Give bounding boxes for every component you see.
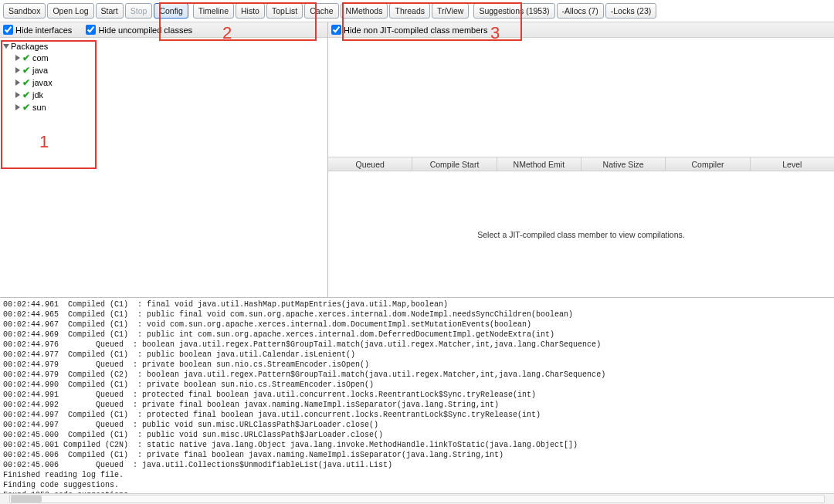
tb-histo-button[interactable]: Histo — [236, 3, 265, 19]
tb--locks-23--button[interactable]: -Locks (23) — [605, 3, 657, 19]
tree-item-sun[interactable]: ✔sun — [2, 101, 326, 113]
hide-interfaces-input[interactable] — [3, 25, 13, 35]
table-placeholder: Select a JIT-compiled class member to vi… — [477, 230, 684, 239]
tb-open-log-button[interactable]: Open Log — [47, 3, 93, 19]
compilation-table-header: QueuedCompile StartNMethod EmitNative Si… — [328, 157, 834, 171]
tb--allocs-7--button[interactable]: -Allocs (7) — [557, 3, 604, 19]
main-split: Hide interfaces Hide uncompiled classes … — [0, 22, 834, 297]
column-header-compiler[interactable]: Compiler — [666, 157, 750, 171]
left-options-row: Hide interfaces Hide uncompiled classes — [0, 22, 327, 38]
tree-item-label: javax — [32, 78, 53, 87]
column-header-level[interactable]: Level — [751, 157, 834, 171]
tree-root[interactable]: Packages — [2, 41, 326, 52]
hide-uncompiled-checkbox[interactable]: Hide uncompiled classes — [86, 25, 192, 35]
scrollbar-track[interactable] — [9, 495, 825, 503]
log-console[interactable]: 00:02:44.961 Compiled (C1) : final void … — [0, 297, 834, 493]
toolbar-group-main: SandboxOpen LogStartStopConfig — [2, 2, 189, 19]
tb-sandbox-button[interactable]: Sandbox — [3, 3, 46, 19]
chevron-right-icon — [15, 55, 20, 61]
tree-item-com[interactable]: ✔com — [2, 52, 326, 64]
chevron-down-icon — [3, 44, 9, 49]
tb-start-button[interactable]: Start — [96, 3, 124, 19]
tb-nmethods-button[interactable]: NMethods — [341, 3, 388, 19]
column-header-nmethod-emit[interactable]: NMethod Emit — [497, 157, 581, 171]
right-options-row: Hide non JIT-compiled class members — [328, 22, 834, 38]
scrollbar-thumb[interactable] — [11, 496, 42, 502]
tree-item-label: com — [32, 53, 49, 63]
column-header-queued[interactable]: Queued — [328, 157, 412, 171]
hide-nonjit-label: Hide non JIT-compiled class members — [344, 25, 487, 35]
hide-interfaces-label: Hide interfaces — [15, 25, 72, 35]
compilation-table-body: Select a JIT-compiled class member to vi… — [328, 171, 834, 297]
column-header-compile-start[interactable]: Compile Start — [412, 157, 497, 171]
tree-item-jdk[interactable]: ✔jdk — [2, 89, 326, 101]
column-header-native-size[interactable]: Native Size — [581, 157, 666, 171]
tree-item-label: jdk — [32, 90, 43, 100]
tb-threads-button[interactable]: Threads — [389, 3, 430, 19]
tb-config-button[interactable]: Config — [154, 3, 188, 19]
toolbar-group-reports: Suggestions (1953)-Allocs (7)-Locks (23) — [473, 2, 657, 19]
tree-item-java[interactable]: ✔java — [2, 64, 326, 76]
hide-nonjit-input[interactable] — [331, 25, 341, 35]
chevron-right-icon — [15, 67, 20, 73]
package-tree[interactable]: Packages ✔com✔java✔javax✔jdk✔sun 1 — [0, 38, 327, 297]
check-icon: ✔ — [22, 65, 31, 76]
hide-uncompiled-input[interactable] — [86, 25, 96, 35]
check-icon: ✔ — [22, 52, 31, 63]
chevron-right-icon — [15, 79, 20, 86]
chevron-right-icon — [15, 92, 20, 98]
main-toolbar: SandboxOpen LogStartStopConfig TimelineH… — [0, 0, 834, 22]
tree-item-label: sun — [32, 103, 46, 112]
annotation-label-1: 1 — [39, 132, 49, 152]
tb-toplist-button[interactable]: TopList — [266, 3, 303, 19]
tb-stop-button: Stop — [125, 3, 153, 19]
toolbar-group-views: TimelineHistoTopListCacheNMethodsThreads… — [192, 2, 470, 19]
check-icon: ✔ — [22, 102, 31, 113]
left-panel: Hide interfaces Hide uncompiled classes … — [0, 22, 328, 297]
horizontal-scrollbar[interactable] — [0, 493, 834, 504]
app-root: SandboxOpen LogStartStopConfig TimelineH… — [0, 0, 834, 504]
hide-interfaces-checkbox[interactable]: Hide interfaces — [3, 25, 72, 35]
tb-triview-button[interactable]: TriView — [432, 3, 469, 19]
class-members-area — [328, 38, 834, 157]
tree-root-label: Packages — [11, 42, 48, 51]
tree-item-label: java — [32, 66, 48, 75]
check-icon: ✔ — [22, 90, 31, 100]
hide-uncompiled-label: Hide uncompiled classes — [98, 25, 192, 35]
tb-suggestions-1953--button[interactable]: Suggestions (1953) — [473, 3, 554, 19]
check-icon: ✔ — [22, 77, 31, 88]
chevron-right-icon — [15, 104, 20, 110]
right-panel: Hide non JIT-compiled class members Queu… — [328, 22, 834, 297]
tree-item-javax[interactable]: ✔javax — [2, 76, 326, 89]
tb-timeline-button[interactable]: Timeline — [193, 3, 234, 19]
tb-cache-button[interactable]: Cache — [304, 3, 338, 19]
hide-nonjit-checkbox[interactable]: Hide non JIT-compiled class members — [331, 25, 487, 35]
